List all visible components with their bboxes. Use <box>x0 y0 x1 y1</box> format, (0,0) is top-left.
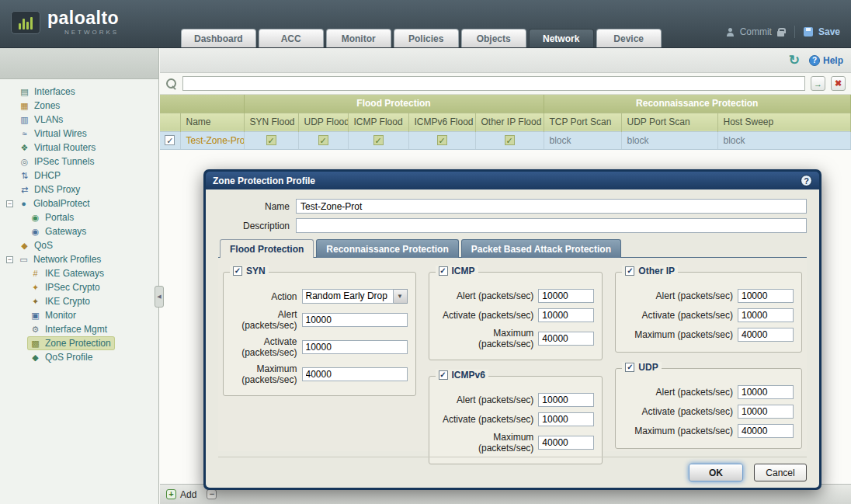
sidebar-item-label: GlobalProtect <box>33 198 90 209</box>
sidebar-item-portals[interactable]: ◉Portals <box>0 210 158 224</box>
syn-maximum-input[interactable] <box>302 367 408 381</box>
icmp-maximum-input[interactable] <box>538 332 594 346</box>
sidebar-item-vlans[interactable]: ▥VLANs <box>0 113 158 127</box>
sidebar-item-ike-gateways[interactable]: #IKE Gateways <box>0 266 158 280</box>
tab-acc[interactable]: ACC <box>259 29 324 47</box>
tab-network[interactable]: Network <box>529 29 594 47</box>
description-field[interactable] <box>296 218 807 233</box>
cancel-button[interactable]: Cancel <box>754 464 807 481</box>
sidebar-item-virtual-wires[interactable]: ≈Virtual Wires <box>0 127 158 141</box>
sidebar-item-label: Virtual Routers <box>34 142 96 153</box>
syn-activate-label: Activate (packets/sec) <box>231 336 302 358</box>
other-ip-maximum-input[interactable] <box>738 328 794 342</box>
sidebar-item-network-profiles[interactable]: −▭Network Profiles <box>0 252 158 266</box>
syn-section-title: SYN <box>246 266 266 276</box>
commit-button[interactable]: Commit <box>740 26 772 37</box>
sidebar-item-ipsec-tunnels[interactable]: ◎IPSec Tunnels <box>0 155 158 169</box>
sidebar-item-monitor[interactable]: ▣Monitor <box>0 308 158 322</box>
expander-collapse-icon[interactable]: − <box>6 200 13 207</box>
syn-action-select[interactable]: Random Early Drop▼ <box>302 289 408 304</box>
syn-maximum-label: Maximum (packets/sec) <box>231 363 302 385</box>
column-tcp-port-scan[interactable]: TCP Port Scan <box>544 113 621 131</box>
save-button[interactable]: Save <box>818 26 840 37</box>
sidebar-item-dns-proxy[interactable]: ⇄DNS Proxy <box>0 182 158 196</box>
sidebar-item-zones[interactable]: ▦Zones <box>0 99 158 113</box>
tab-dashboard[interactable]: Dashboard <box>181 29 256 47</box>
tab-device[interactable]: Device <box>596 29 662 47</box>
apply-filter-button[interactable]: → <box>811 76 825 91</box>
sidebar-item-label: IPSec Crypto <box>45 282 100 293</box>
dialog-help-icon[interactable]: ? <box>801 175 812 186</box>
sidebar-item-ipsec-crypto[interactable]: ✦IPSec Crypto <box>0 280 158 294</box>
zone-protection-profile-dialog: Zone Protection Profile ? Name Descripti… <box>203 169 821 490</box>
column-name[interactable]: Name <box>180 113 244 131</box>
icmp-alert-input[interactable] <box>538 289 594 303</box>
sidebar-item-dhcp[interactable]: ⇅DHCP <box>0 169 158 182</box>
sidebar-item-label: Virtual Wires <box>34 128 87 139</box>
sidebar-item-zone-protection[interactable]: ▩Zone Protection <box>0 336 158 350</box>
udp-maximum-input[interactable] <box>738 424 794 438</box>
column-icmp-flood[interactable]: ICMP Flood <box>348 113 408 131</box>
help-link[interactable]: ? Help <box>809 55 843 66</box>
udp-enabled-checkbox[interactable]: ✓ <box>625 363 634 372</box>
dialog-tab-packet-based-attack-protection[interactable]: Packet Based Attack Protection <box>461 239 621 258</box>
column-host-sweep[interactable]: Host Sweep <box>717 113 851 131</box>
clear-filter-button[interactable]: ✖ <box>831 76 846 91</box>
udp-alert-input[interactable] <box>738 385 794 399</box>
name-field[interactable] <box>296 199 807 214</box>
column-other-ip-flood[interactable]: Other IP Flood <box>475 113 544 131</box>
sidebar-item-globalprotect[interactable]: −●GlobalProtect <box>0 196 158 210</box>
delete-icon[interactable]: − <box>207 489 217 499</box>
icmp-enabled-checkbox[interactable]: ✓ <box>439 266 448 276</box>
other-ip-activate-input[interactable] <box>738 308 794 322</box>
sidebar-item-virtual-routers[interactable]: ❖Virtual Routers <box>0 141 158 155</box>
syn-enabled-checkbox[interactable]: ✓ <box>233 266 242 276</box>
tab-objects[interactable]: Objects <box>461 29 526 47</box>
icmpv6-activate-input[interactable] <box>538 412 594 426</box>
refresh-icon[interactable]: ↻ <box>789 52 800 68</box>
row-name-link[interactable]: Test-Zone-Prot <box>180 131 244 149</box>
icmpv6-enabled-checkbox[interactable]: ✓ <box>439 370 448 380</box>
icmpv6-alert-input[interactable] <box>538 393 594 407</box>
other-ip-maximum-label: Maximum (packets/sec) <box>623 329 738 340</box>
row-select-checkbox[interactable]: ✓ <box>165 135 175 145</box>
dialog-tab-reconnaissance-protection[interactable]: Reconnaissance Protection <box>316 239 458 258</box>
sidebar-collapse-handle[interactable]: ◀ <box>155 286 164 308</box>
icmpv6-maximum-input[interactable] <box>538 436 594 450</box>
column-icmpv6-flood[interactable]: ICMPv6 Flood <box>408 113 475 131</box>
collapse-handle-icon: ◀ <box>157 294 161 300</box>
column-udp-port-scan[interactable]: UDP Port Scan <box>621 113 717 131</box>
dialog-tab-flood-protection[interactable]: Flood Protection <box>220 239 314 258</box>
syn-activate-input[interactable] <box>302 340 408 354</box>
expander-collapse-icon[interactable]: − <box>6 256 13 263</box>
ok-button[interactable]: OK <box>689 464 743 481</box>
commit-icon <box>726 28 735 36</box>
search-input[interactable] <box>182 76 805 91</box>
sidebar-item-label: Zones <box>34 100 60 111</box>
other-ip-flood-check-icon: ✓ <box>505 135 515 145</box>
other-ip-alert-input[interactable] <box>738 289 794 303</box>
icmp-maximum-label: Maximum (packets/sec) <box>437 328 539 349</box>
tab-monitor[interactable]: Monitor <box>326 29 391 47</box>
add-button[interactable]: Add <box>180 489 196 500</box>
icmp-activate-input[interactable] <box>538 308 594 322</box>
other-ip-enabled-checkbox[interactable]: ✓ <box>625 266 634 276</box>
column-syn-flood[interactable]: SYN Flood <box>244 113 298 131</box>
sidebar-item-interface-mgmt[interactable]: ⚙Interface Mgmt <box>0 322 158 336</box>
table-row[interactable]: ✓ Test-Zone-Prot ✓ ✓ ✓ ✓ ✓ block block b… <box>160 131 851 149</box>
dropdown-arrow-icon[interactable]: ▼ <box>394 289 408 304</box>
dialog-tabs: Flood ProtectionReconnaissance Protectio… <box>218 239 807 258</box>
dialog-title-bar[interactable]: Zone Protection Profile ? <box>206 172 819 189</box>
tab-policies[interactable]: Policies <box>394 29 459 47</box>
sidebar-item-qos[interactable]: ◆QoS <box>0 238 158 252</box>
table-column-header-row: Name SYN Flood UDP Flood ICMP Flood ICMP… <box>160 113 851 131</box>
dhcp-icon: ⇅ <box>19 171 30 181</box>
udp-activate-input[interactable] <box>738 405 794 419</box>
sidebar-item-gateways[interactable]: ◉Gateways <box>0 224 158 238</box>
interfaces-icon: ▤ <box>19 87 30 97</box>
sidebar-item-interfaces[interactable]: ▤Interfaces <box>0 85 158 99</box>
column-udp-flood[interactable]: UDP Flood <box>298 113 348 131</box>
sidebar-item-qos-profile[interactable]: ◆QoS Profile <box>0 350 158 364</box>
sidebar-item-ike-crypto[interactable]: ✦IKE Crypto <box>0 294 158 308</box>
syn-alert-input[interactable] <box>302 313 408 327</box>
